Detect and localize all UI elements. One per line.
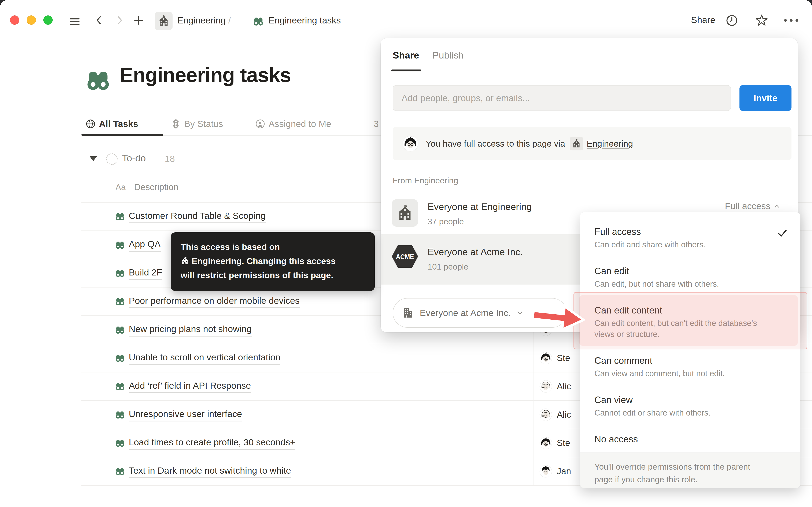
breadcrumb-workspace[interactable]: Engineering xyxy=(177,15,226,25)
person-icon xyxy=(255,119,265,129)
task-title[interactable]: Load times to create profile, 30 seconds… xyxy=(129,437,295,450)
minimize-window-button[interactable] xyxy=(27,15,36,25)
avatar xyxy=(540,408,552,421)
assignee-name: Alic xyxy=(557,410,571,420)
menu-item-description: Cannot edit or share with others. xyxy=(595,407,761,418)
menu-item-title: Can view xyxy=(595,394,788,406)
group-collapse-triangle[interactable] xyxy=(90,156,97,161)
menu-item-title: Can edit content xyxy=(595,304,788,317)
access-notice: You have full access to this page via En… xyxy=(393,127,792,160)
zoom-window-button[interactable] xyxy=(43,15,53,25)
school-icon xyxy=(570,137,583,151)
task-title[interactable]: Unable to scroll on vertical orientation xyxy=(129,352,281,365)
avatar xyxy=(540,465,552,477)
role-label: Full access xyxy=(725,201,770,211)
tab-label: All Tasks xyxy=(99,119,138,129)
binoculars-icon xyxy=(115,438,125,448)
scope-label: Everyone at Acme Inc. xyxy=(420,308,511,318)
more-options-icon[interactable] xyxy=(784,19,798,22)
tab-assigned-to-me[interactable]: Assigned to Me xyxy=(255,119,331,129)
task-title[interactable]: Text in Dark mode not switching to white xyxy=(129,465,291,478)
group-name: Everyone at Acme Inc. xyxy=(427,246,523,258)
tab-by-status[interactable]: By Status xyxy=(171,119,223,129)
menu-item-can-comment[interactable]: Can comment Can view and comment, but no… xyxy=(580,347,800,386)
column-header[interactable]: Description xyxy=(134,182,179,192)
office-building-icon xyxy=(402,307,414,319)
active-tab-underline xyxy=(82,134,163,136)
page-binoculars-icon xyxy=(253,16,264,26)
tooltip-line1: This access is based on xyxy=(181,242,280,252)
menu-item-no-access[interactable]: No access xyxy=(580,426,800,452)
invite-input[interactable] xyxy=(393,85,731,111)
tooltip-line3: will restrict permissions of this page. xyxy=(181,270,333,280)
group-name: Everyone at Engineering xyxy=(427,201,532,212)
dialog-divider xyxy=(380,71,798,71)
breadcrumb-page[interactable]: Engineering tasks xyxy=(268,15,341,25)
binoculars-icon xyxy=(115,381,125,391)
task-title[interactable]: Add ‘ref’ field in API Response xyxy=(129,381,251,393)
tab-publish[interactable]: Publish xyxy=(433,50,464,61)
tab-label: By Status xyxy=(184,119,223,129)
binoculars-icon xyxy=(115,466,125,476)
binoculars-icon xyxy=(115,325,125,335)
tab-more-count[interactable]: 3 xyxy=(374,119,379,129)
share-button[interactable]: Share xyxy=(691,15,715,25)
breadcrumb-workspace-icon[interactable] xyxy=(155,12,172,30)
group-name[interactable]: To-do xyxy=(122,153,146,164)
breadcrumb-separator: / xyxy=(228,15,231,25)
binoculars-icon xyxy=(115,240,125,250)
assignee-name: Ste xyxy=(557,438,570,448)
breadcrumb[interactable]: Engineering / xyxy=(177,15,231,25)
group-members: 37 people xyxy=(427,217,464,226)
star-icon[interactable] xyxy=(755,14,768,26)
task-title[interactable]: Build 2F xyxy=(129,267,162,280)
task-title[interactable]: Poor performance on older mobile devices xyxy=(129,295,300,308)
tab-all-tasks[interactable]: All Tasks xyxy=(86,119,138,129)
status-icon xyxy=(171,119,181,129)
task-title[interactable]: New pricing plans not showing xyxy=(129,324,252,337)
tab-share[interactable]: Share xyxy=(393,50,419,61)
task-title[interactable]: App QA xyxy=(129,239,161,251)
assignee-name: Alic xyxy=(557,381,571,391)
task-title[interactable]: Customer Round Table & Scoping xyxy=(129,211,266,223)
task-title[interactable]: Unresponsive user interface xyxy=(129,409,242,421)
menu-item-description: Can edit and share with others. xyxy=(595,239,761,250)
avatar xyxy=(540,352,552,364)
globe-icon xyxy=(86,119,96,129)
svg-text:ACME: ACME xyxy=(396,252,414,261)
tooltip-line2: . Changing this access xyxy=(242,256,336,266)
menu-item-can-edit[interactable]: Can edit Can edit, but not share with ot… xyxy=(580,257,800,297)
page-icon-binoculars[interactable] xyxy=(86,67,111,93)
menu-item-title: Can comment xyxy=(595,354,788,367)
forward-icon[interactable] xyxy=(114,15,125,26)
sidebar-toggle-icon[interactable] xyxy=(70,16,81,27)
menu-footer: You'll override permissions from the par… xyxy=(580,452,800,488)
avatar xyxy=(540,380,552,393)
notice-workspace-link[interactable]: Engineering xyxy=(587,139,633,149)
binoculars-icon xyxy=(115,212,125,221)
menu-item-full-access[interactable]: Full access Can edit and share with othe… xyxy=(580,218,800,257)
back-icon[interactable] xyxy=(94,15,104,26)
section-label: From Engineering xyxy=(393,176,458,185)
menu-footer-text: You'll override permissions from the par… xyxy=(595,460,757,486)
clock-icon[interactable] xyxy=(726,14,738,26)
access-tooltip: This access is based on Engineering. Cha… xyxy=(171,232,375,291)
binoculars-icon xyxy=(115,410,125,419)
school-icon xyxy=(181,257,189,265)
menu-item-title: Can edit xyxy=(595,265,788,277)
new-page-icon[interactable] xyxy=(133,15,144,26)
role-dropdown-trigger[interactable]: Full access xyxy=(725,201,780,211)
app-window: Engineering / Engineering tasks Share En… xyxy=(0,0,812,507)
assignee-name: Ste xyxy=(557,353,570,363)
notice-text: You have full access to this page via xyxy=(426,139,565,149)
todo-status-icon xyxy=(106,153,117,165)
group-count: 18 xyxy=(165,154,175,164)
menu-item-title: No access xyxy=(595,433,788,445)
checkmark-icon xyxy=(776,227,788,239)
close-window-button[interactable] xyxy=(10,15,19,25)
current-user-avatar xyxy=(402,135,418,152)
invite-button[interactable]: Invite xyxy=(740,85,792,111)
scope-selector[interactable]: Everyone at Acme Inc. xyxy=(393,298,567,328)
menu-item-can-view[interactable]: Can view Cannot edit or share with other… xyxy=(580,386,800,426)
menu-item-can-edit-content[interactable]: Can edit content Can edit content, but c… xyxy=(580,297,800,347)
